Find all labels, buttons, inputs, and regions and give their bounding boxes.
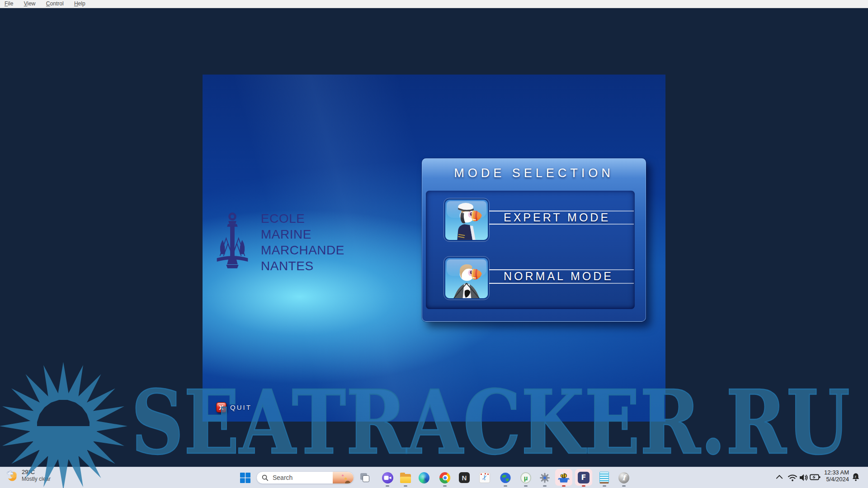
weather-widget[interactable]: 29°C Mostly clear [5,469,51,483]
running-indicator [386,485,389,487]
utorrent-button[interactable]: µ [520,472,531,483]
snipping-tool-button[interactable]: ✂ [479,472,490,483]
running-indicator [524,485,528,487]
chrome-browser-button[interactable] [439,472,450,483]
connector-line [489,283,634,284]
edge-icon [419,472,429,483]
n-app-button[interactable]: N [459,472,470,483]
mode-selection-panel: MODE SELECTION [422,158,646,322]
quit-label: QUIT [230,404,252,411]
simulator-window: ECOLE MARINE MARCHANDE NANTES MODE SELEC… [203,75,665,422]
menu-help[interactable]: Help [70,0,90,8]
svg-text:z: z [854,474,856,479]
captain-puffin-icon [445,200,488,240]
search-icon [262,474,269,481]
utorrent-icon: µ [520,472,531,483]
running-indicator [603,485,606,487]
chrome-icon [439,472,450,483]
expert-mode-button[interactable]: EXPERT MODE [504,211,610,224]
moon-cloud-weather-icon [5,469,18,483]
video-chat-button[interactable] [382,472,393,483]
menu-file[interactable]: File [0,0,18,8]
active-indicator [582,485,585,487]
search-input[interactable]: Search [256,471,354,484]
notification-bell-icon[interactable]: z [852,473,860,482]
quit-x-icon[interactable]: X [216,402,226,413]
menu-view[interactable]: View [19,0,40,8]
tray-time: 12:33 AM [819,469,849,476]
connector-line [489,224,634,225]
menu-bar: File View Control Help [0,0,868,8]
tray-chevron-icon[interactable] [776,473,783,480]
mode-list: EXPERT MODE [426,191,635,309]
search-placeholder: Search [273,474,292,481]
video-chat-icon [382,472,393,483]
edge-browser-button[interactable] [419,472,429,483]
gear-icon [539,472,550,483]
panel-title: MODE SELECTION [422,166,646,180]
folder-icon [400,474,411,483]
expert-mode-avatar-button[interactable] [444,198,489,241]
weather-temp: 29°C [22,469,51,476]
cadet-puffin-icon [445,258,488,298]
wifi-icon[interactable] [788,473,797,482]
running-indicator [622,485,626,487]
task-view-button[interactable] [359,472,370,483]
n-app-icon: N [459,472,470,483]
desktop: File View Control Help ECOLE [0,0,868,488]
start-button[interactable] [240,472,250,483]
flash-icon: f [618,472,629,483]
f-app-icon: F [578,472,590,483]
bing-daily-image[interactable] [333,472,354,484]
bee-sim-app-button[interactable] [555,469,572,486]
school-name: ECOLE MARINE MARCHANDE NANTES [261,211,344,274]
globe-icon [500,472,511,483]
running-indicator [404,485,407,487]
file-explorer-button[interactable] [400,472,411,483]
windows-logo-icon [240,473,250,483]
flash-player-button[interactable]: f [618,472,629,483]
running-indicator [443,485,447,487]
weather-condition: Mostly clear [22,476,51,483]
bee-box-icon [558,472,570,483]
globe-app-button[interactable] [500,472,511,483]
quit-button[interactable]: X QUIT [216,402,252,413]
settings-button[interactable] [539,472,550,483]
running-indicator [543,485,547,487]
menu-control[interactable]: Control [42,0,68,8]
notes-app-button[interactable] [599,472,609,483]
clock-widget[interactable]: 12:33 AM 5/4/2024 [819,469,849,483]
running-indicator [504,485,507,487]
anchor-logo-icon [210,211,255,272]
normal-mode-button[interactable]: NORMAL MODE [504,270,613,282]
f-sim-app-button[interactable]: F [575,469,592,486]
taskbar: 29°C Mostly clear Search [0,467,868,488]
scissors-icon: ✂ [479,472,490,483]
speaker-icon[interactable] [799,473,809,482]
normal-mode-avatar-button[interactable] [444,257,489,300]
active-indicator [562,485,566,487]
notes-icon [599,472,609,483]
tray-date: 5/4/2024 [819,476,849,483]
